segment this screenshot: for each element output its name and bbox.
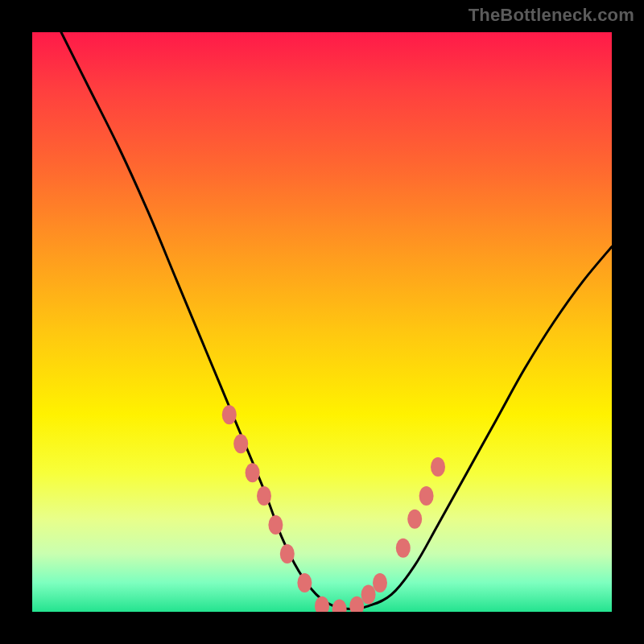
highlight-dot xyxy=(268,515,283,535)
highlight-dot xyxy=(396,539,411,558)
highlight-dot xyxy=(257,486,271,506)
highlight-dots-group xyxy=(222,405,445,612)
chart-frame: TheBottleneck.com xyxy=(0,0,644,644)
highlight-dot xyxy=(349,597,364,612)
highlight-dot xyxy=(407,510,422,529)
highlight-dot xyxy=(373,573,387,592)
highlight-dot xyxy=(280,544,295,564)
plot-gradient-background xyxy=(32,32,612,612)
bottleneck-curve-line xyxy=(61,32,612,609)
highlight-dot xyxy=(297,573,312,592)
curve-path xyxy=(61,32,612,609)
highlight-dot xyxy=(315,597,329,612)
highlight-dot xyxy=(431,457,445,477)
highlight-dot xyxy=(233,434,248,453)
highlight-dot xyxy=(332,599,347,612)
watermark-text: TheBottleneck.com xyxy=(469,5,634,26)
highlight-dot xyxy=(419,486,434,506)
highlight-dot xyxy=(246,463,260,482)
bottleneck-curve-svg xyxy=(32,32,612,612)
highlight-dot xyxy=(222,405,237,424)
highlight-dot xyxy=(361,584,376,604)
